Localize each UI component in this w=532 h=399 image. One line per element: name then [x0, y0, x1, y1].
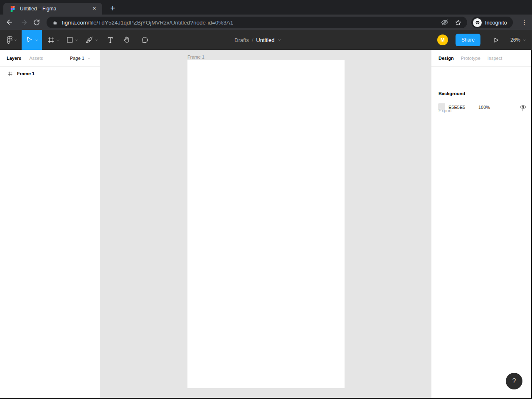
eye-hidden-icon[interactable]: [440, 17, 450, 27]
incognito-label: Incognito: [485, 20, 507, 26]
canvas[interactable]: Frame 1: [100, 50, 431, 399]
layer-name: Frame 1: [17, 71, 34, 76]
back-icon[interactable]: [4, 17, 15, 28]
text-tool-button[interactable]: [102, 30, 118, 50]
shape-tool-button[interactable]: [63, 30, 82, 50]
comment-bubble-icon: [141, 36, 149, 44]
tab-design[interactable]: Design: [438, 56, 454, 61]
breadcrumb: Drafts / Untitled: [234, 30, 282, 50]
background-section: Background E5E5E5 100%: [431, 67, 532, 100]
add-export-plus-icon[interactable]: [519, 106, 526, 114]
background-section-title: Background: [438, 91, 465, 96]
tab-title: Untitled – Figma: [20, 6, 91, 12]
incognito-icon: [473, 18, 482, 27]
browser-tab-strip: Untitled – Figma × +: [0, 0, 532, 15]
frame-layer-icon: [7, 71, 13, 76]
chevron-down-icon: [56, 36, 60, 44]
page-selector[interactable]: Page 1: [70, 56, 91, 61]
page-selector-label: Page 1: [70, 56, 84, 61]
new-tab-button[interactable]: +: [107, 3, 118, 14]
hand-tool-button[interactable]: [118, 30, 136, 50]
chevron-down-icon: [14, 36, 17, 44]
lock-icon: [52, 20, 58, 26]
tab-prototype[interactable]: Prototype: [461, 56, 480, 61]
url-text: figma.com/file/TdY524J1qdPZBjYOjMVRzx/Un…: [62, 20, 436, 26]
avatar[interactable]: M: [437, 34, 448, 45]
browser-navbar: figma.com/file/TdY524J1qdPZBjYOjMVRzx/Un…: [0, 15, 532, 30]
breadcrumb-drafts[interactable]: Drafts: [234, 37, 249, 43]
incognito-badge: Incognito: [471, 17, 513, 28]
tab-assets[interactable]: Assets: [29, 56, 43, 61]
rectangle-tool-icon: [66, 36, 74, 44]
figma-favicon-icon: [10, 6, 16, 12]
chevron-down-icon: [95, 36, 99, 44]
frame-tool-button[interactable]: [44, 30, 63, 50]
bookmark-star-icon[interactable]: [453, 17, 463, 27]
breadcrumb-separator: /: [252, 37, 254, 43]
canvas-frame-label[interactable]: Frame 1: [187, 54, 204, 59]
main-menu-button[interactable]: [0, 30, 22, 50]
help-button[interactable]: ?: [506, 373, 522, 389]
move-tool-button[interactable]: [22, 30, 42, 50]
hand-tool-icon: [123, 36, 131, 44]
text-tool-icon: [106, 36, 114, 44]
zoom-level: 26%: [510, 37, 520, 43]
comment-tool-button[interactable]: [136, 30, 153, 50]
tab-inspect[interactable]: Inspect: [488, 56, 502, 61]
layers-panel-header: Layers Assets Page 1: [0, 50, 100, 67]
chevron-down-icon[interactable]: [278, 38, 282, 42]
layers-panel: Layers Assets Page 1 Frame 1: [0, 50, 100, 399]
close-icon[interactable]: ×: [91, 5, 98, 12]
chevron-down-icon: [75, 36, 79, 44]
figma-logo-icon: [7, 36, 12, 44]
chevron-down-icon: [87, 57, 91, 60]
browser-tab[interactable]: Untitled – Figma ×: [3, 3, 102, 15]
move-cursor-icon: [25, 36, 34, 44]
layer-item-frame-1[interactable]: Frame 1: [0, 67, 100, 80]
reload-icon[interactable]: [31, 17, 42, 28]
pen-tool-icon: [85, 36, 94, 44]
share-button[interactable]: Share: [456, 34, 480, 46]
properties-panel-tabs: Design Prototype Inspect: [431, 50, 532, 67]
tab-layers[interactable]: Layers: [7, 56, 21, 61]
file-name[interactable]: Untitled: [256, 37, 274, 43]
frame-tool-icon: [47, 36, 55, 44]
zoom-control[interactable]: 26%: [510, 37, 526, 43]
chevron-down-icon: [35, 36, 39, 44]
forward-icon[interactable]: [19, 17, 30, 28]
chevron-down-icon: [522, 38, 526, 42]
pen-tool-button[interactable]: [82, 30, 102, 50]
canvas-frame[interactable]: [187, 60, 345, 388]
url-domain: figma.com: [62, 20, 88, 26]
url-path: /file/TdY524J1qdPZBjYOjMVRzx/Untitled?no…: [88, 20, 233, 26]
toolbar-right-group: M Share 26%: [437, 30, 526, 50]
background-opacity-value[interactable]: 100%: [478, 105, 490, 110]
browser-menu-icon[interactable]: ⋮: [519, 17, 530, 28]
properties-panel: Design Prototype Inspect Background E5E5…: [431, 50, 532, 399]
address-bar[interactable]: figma.com/file/TdY524J1qdPZBjYOjMVRzx/Un…: [47, 17, 467, 28]
present-play-icon[interactable]: [490, 37, 503, 44]
export-section-title: Export: [438, 108, 452, 113]
